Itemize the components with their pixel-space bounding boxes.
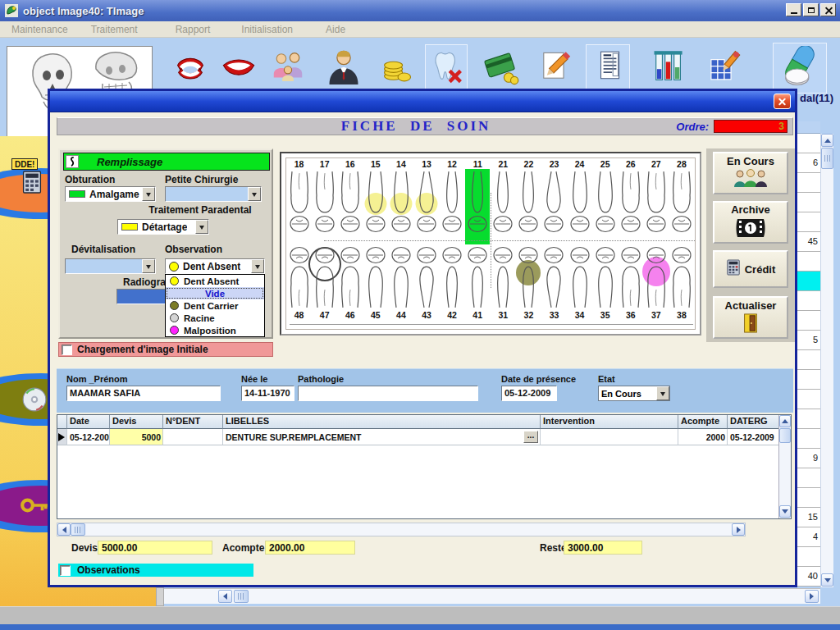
tooth-27[interactable]: 27 — [643, 158, 669, 234]
tooth-11[interactable]: 11 — [465, 158, 491, 234]
edit-document-icon[interactable] — [536, 49, 573, 85]
patient-icon[interactable] — [323, 48, 364, 89]
cell-acompte[interactable]: 2000 — [678, 429, 728, 445]
observation-combobox[interactable]: Dent Absent — [165, 258, 265, 274]
medications-icon[interactable] — [778, 46, 822, 90]
grid-vertical-scrollbar[interactable] — [778, 415, 791, 518]
scroll-up-button[interactable] — [821, 134, 833, 147]
cell-ndent[interactable] — [163, 429, 223, 445]
edit-grid-icon[interactable] — [705, 49, 743, 87]
dropdown-option[interactable]: Dent Absent — [166, 275, 264, 287]
tooth-37[interactable]: 37 — [643, 245, 669, 321]
menu-aide[interactable]: Aide — [314, 24, 357, 35]
background-vertical-scrollbar[interactable] — [820, 134, 833, 587]
dialog-close-button[interactable] — [774, 94, 791, 109]
menu-initialisation[interactable]: Initialisation — [230, 24, 304, 35]
column-header[interactable]: N°DENT — [163, 415, 223, 429]
table-row[interactable]: 05-12-2009 5000 DENTURE SUP.REMPLACEMENT… — [57, 429, 780, 445]
tooth-23[interactable]: 23 — [541, 158, 567, 234]
report-icon[interactable] — [592, 48, 627, 85]
grid-horizontal-scrollbar[interactable] — [57, 523, 746, 536]
scroll-right-button[interactable] — [805, 590, 819, 603]
en-cours-button[interactable]: En Cours — [713, 152, 788, 194]
menu-rapport[interactable]: Rapport — [164, 24, 222, 35]
etat-combobox[interactable]: En Cours — [598, 386, 670, 401]
remplissage-banner[interactable]: Remplissage — [63, 153, 270, 171]
tooth-12[interactable]: 12 — [440, 158, 465, 234]
scroll-right-button[interactable] — [732, 523, 745, 536]
column-header[interactable]: Acompte — [678, 415, 728, 429]
reste-total-field[interactable]: 3000.00 — [564, 541, 642, 555]
archive-button[interactable]: Archive — [713, 201, 788, 244]
petite-chirurgie-combobox[interactable] — [165, 186, 262, 202]
scroll-left-button[interactable] — [57, 523, 71, 536]
cd-shortcut-icon[interactable] — [21, 386, 48, 416]
tooth-31[interactable]: 31 — [491, 245, 516, 321]
scroll-thumb[interactable] — [821, 148, 833, 169]
observations-checkbox[interactable] — [60, 565, 71, 576]
column-header[interactable]: Intervention — [541, 415, 678, 429]
devis-total-field[interactable]: 5000.00 — [98, 541, 212, 555]
tooth-47[interactable]: 47 — [312, 245, 337, 321]
tooth-46[interactable]: 46 — [337, 245, 363, 321]
scroll-down-button[interactable] — [779, 505, 791, 518]
restore-button[interactable] — [803, 3, 819, 16]
nom-field[interactable]: MAAMAR SAFIA — [66, 386, 221, 401]
chargement-checkbox[interactable] — [62, 345, 72, 355]
dropdown-option[interactable]: Racine — [166, 312, 264, 324]
tooth-36[interactable]: 36 — [618, 245, 643, 321]
scroll-thumb[interactable] — [234, 590, 249, 603]
tooth-44[interactable]: 44 — [388, 245, 413, 321]
pane-divider[interactable] — [156, 587, 164, 606]
pathologie-field[interactable] — [298, 386, 478, 401]
tooth-41[interactable]: 41 — [465, 245, 491, 321]
nee-field[interactable]: 14-11-1970 — [241, 386, 294, 401]
ellipsis-button[interactable]: ... — [523, 431, 538, 443]
dentures-icon[interactable] — [172, 51, 208, 87]
obturation-combobox[interactable]: Amalgame — [65, 186, 156, 202]
tooth-21[interactable]: 21 — [491, 158, 516, 234]
cell-libelles[interactable]: DENTURE SUP.REMPLACEMENT... — [223, 429, 541, 445]
row-selector-cell[interactable] — [57, 429, 67, 445]
tooth-26[interactable]: 26 — [618, 158, 643, 234]
paradental-combobox[interactable]: Détartage — [117, 219, 209, 235]
tooth-22[interactable]: 22 — [516, 158, 541, 234]
tooth-35[interactable]: 35 — [592, 245, 618, 321]
scroll-up-button[interactable] — [779, 415, 791, 427]
menu-traitement[interactable]: Traitement — [80, 24, 149, 35]
scroll-down-button[interactable] — [821, 573, 833, 587]
window-horizontal-scrollbar[interactable] — [164, 588, 820, 604]
tooth-45[interactable]: 45 — [363, 245, 388, 321]
scroll-thumb[interactable] — [779, 428, 791, 443]
cell-intervention[interactable] — [541, 429, 678, 445]
tooth-delete-icon[interactable] — [430, 49, 466, 85]
menu-maintenance[interactable]: Maintenance — [0, 24, 80, 35]
ordre-value-field[interactable]: 3 — [714, 120, 788, 133]
vidal-partial-label[interactable]: dal(11) — [800, 92, 833, 104]
cell-date[interactable]: 05-12-2009 — [67, 429, 110, 445]
dropdown-option[interactable]: Malposition — [166, 324, 264, 336]
tooth-43[interactable]: 43 — [413, 245, 439, 321]
scroll-left-button[interactable] — [218, 590, 232, 603]
tooth-38[interactable]: 38 — [669, 245, 694, 321]
tooth-17[interactable]: 17 — [312, 158, 337, 234]
cell-devis[interactable]: 5000 — [110, 429, 163, 445]
tooth-42[interactable]: 42 — [440, 245, 465, 321]
date-presence-field[interactable]: 05-12-2009 — [501, 386, 557, 401]
tooth-18[interactable]: 18 — [286, 158, 312, 234]
payment-icon[interactable] — [482, 49, 520, 87]
close-button[interactable] — [820, 3, 836, 16]
tooth-13[interactable]: 13 — [413, 158, 439, 234]
tooth-16[interactable]: 16 — [337, 158, 363, 234]
scroll-thumb[interactable] — [71, 523, 85, 536]
dropdown-button[interactable] — [656, 386, 669, 400]
cell-daterg[interactable]: 05-12-2009 — [728, 429, 780, 445]
dropdown-button[interactable] — [251, 259, 264, 273]
dropdown-button[interactable] — [142, 259, 155, 273]
coins-icon[interactable] — [379, 51, 415, 87]
tooth-34[interactable]: 34 — [567, 245, 592, 321]
column-header[interactable]: DATERG — [728, 415, 780, 429]
lab-tubes-icon[interactable] — [650, 49, 686, 85]
tooth-32[interactable]: 32 — [516, 245, 541, 321]
dropdown-option[interactable]: Vide — [166, 287, 264, 299]
